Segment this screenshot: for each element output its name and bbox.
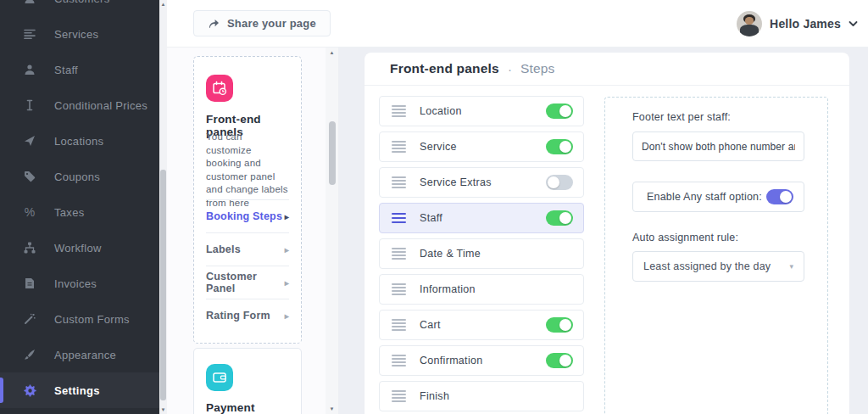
workflow-icon [23, 241, 36, 255]
breadcrumb-section: Front-end panels [390, 61, 499, 76]
step-toggle[interactable] [546, 175, 573, 190]
chevron-down-icon [849, 20, 858, 27]
percent-icon: % [23, 205, 36, 219]
caret-right-icon: ▸ [285, 311, 289, 321]
caret-right-icon: ▸ [285, 278, 289, 288]
person-icon [23, 63, 36, 76]
card-link-customer-panel[interactable]: Customer Panel▸ [206, 266, 289, 299]
sidebar-item-workflow[interactable]: Workflow [0, 230, 159, 266]
sidebar-item-label: Locations [54, 135, 103, 148]
greeting-text: Hello James [770, 17, 841, 31]
drag-handle-icon[interactable] [392, 319, 406, 331]
step-label: Location [420, 105, 546, 117]
card-links: Booking Steps▸Labels▸Customer Panel▸Rati… [206, 199, 289, 332]
breadcrumb-page: Steps [520, 61, 555, 76]
drag-handle-icon[interactable] [392, 176, 406, 188]
step-row-location[interactable]: Location [379, 96, 584, 126]
app-sidebar: CustomersServicesStaffConditional Prices… [0, 0, 159, 414]
scroll-up-icon[interactable]: ▲ [159, 2, 167, 7]
scroll-up-icon[interactable]: ▲ [326, 50, 338, 55]
caret-right-icon: ▸ [285, 245, 289, 255]
step-row-date-time[interactable]: Date & Time [379, 238, 584, 269]
card-description: You can customize booking and customer p… [206, 131, 289, 210]
drag-handle-icon[interactable] [392, 283, 406, 295]
share-your-page-button[interactable]: Share your page [193, 10, 331, 36]
drag-handle-icon[interactable] [392, 105, 406, 117]
sidebar-item-label: Invoices [54, 277, 97, 290]
sidebar-item-locations[interactable]: Locations [0, 123, 159, 159]
sidebar-item-custom-forms[interactable]: Custom Forms [0, 301, 159, 337]
step-label: Staff [420, 212, 546, 224]
sidebar-item-services[interactable]: Services [0, 16, 159, 52]
step-label: Service Extras [420, 176, 546, 188]
gear-icon [23, 383, 36, 397]
step-row-confirmation[interactable]: Confirmation [379, 345, 584, 376]
sidebar-item-label: Custom Forms [54, 313, 130, 326]
card-title: Payment settings [206, 401, 301, 414]
sidebar-scrollbar[interactable]: ▲ ▼ [159, 0, 167, 414]
card-link-booking-steps[interactable]: Booking Steps▸ [206, 199, 289, 232]
card-link-label: Customer Panel [206, 271, 285, 294]
header-divider [364, 85, 849, 86]
step-row-service[interactable]: Service [379, 131, 584, 162]
cards-scroll-thumb[interactable] [329, 121, 336, 185]
sidebar-item-label: Appearance [54, 349, 116, 361]
brush-icon [23, 348, 36, 361]
staff-step-settings-panel: Footer text per staff: Enable Any staff … [604, 97, 828, 414]
card-link-label: Booking Steps [206, 210, 282, 222]
sidebar-item-staff[interactable]: Staff [0, 52, 159, 87]
step-toggle[interactable] [546, 139, 573, 154]
sidebar-item-taxes[interactable]: %Taxes [0, 194, 159, 230]
card-link-label: Rating Form [206, 310, 270, 322]
card-link-labels[interactable]: Labels▸ [206, 232, 289, 266]
user-menu[interactable]: Hello James [737, 0, 858, 48]
sidebar-scroll-thumb[interactable] [160, 170, 166, 400]
card-link-rating-form[interactable]: Rating Form▸ [206, 299, 289, 332]
any-staff-option-box: Enable Any staff option: [632, 182, 804, 212]
select-caret-icon: ▾ [789, 262, 793, 271]
list-icon [23, 27, 36, 41]
step-toggle[interactable] [546, 317, 573, 333]
payment-settings-card[interactable]: Payment settings [193, 348, 302, 414]
any-staff-toggle[interactable] [766, 189, 793, 204]
sidebar-item-appearance[interactable]: Appearance [0, 337, 159, 372]
step-label: Information [420, 283, 573, 295]
step-row-service-extras[interactable]: Service Extras [379, 167, 584, 198]
person-icon [23, 0, 36, 5]
share-icon [208, 18, 220, 29]
sidebar-item-settings[interactable]: Settings [0, 372, 159, 408]
drag-handle-icon[interactable] [392, 390, 406, 402]
step-row-finish[interactable]: Finish [379, 381, 584, 411]
drag-handle-icon[interactable] [392, 248, 406, 260]
auto-rule-select[interactable]: Least assigned by the day ▾ [632, 251, 804, 282]
share-label: Share your page [227, 17, 316, 30]
file-icon [23, 277, 36, 290]
sidebar-item-customers[interactable]: Customers [0, 0, 159, 16]
frontend-panels-card: Front-end panels You can customize booki… [193, 56, 302, 344]
sidebar-item-conditional-prices[interactable]: Conditional Prices [0, 87, 159, 123]
step-row-information[interactable]: Information [379, 274, 584, 305]
step-toggle[interactable] [546, 210, 573, 226]
sidebar-item-invoices[interactable]: Invoices [0, 266, 159, 301]
card-link-label: Labels [206, 243, 241, 255]
step-row-staff[interactable]: Staff [379, 203, 584, 233]
drag-handle-icon[interactable] [392, 141, 406, 153]
drag-handle-icon[interactable] [392, 213, 406, 224]
sidebar-menu: CustomersServicesStaffConditional Prices… [0, 0, 159, 408]
drag-handle-icon[interactable] [392, 355, 406, 366]
step-toggle[interactable] [546, 353, 573, 368]
scroll-down-icon[interactable]: ▼ [326, 406, 338, 411]
sidebar-item-label: Conditional Prices [54, 99, 147, 112]
scroll-down-icon[interactable]: ▼ [159, 407, 167, 412]
avatar [737, 11, 762, 36]
breadcrumb: Front-end panels · Steps [390, 53, 555, 85]
step-label: Confirmation [420, 355, 546, 366]
step-row-cart[interactable]: Cart [379, 310, 584, 340]
sidebar-item-label: Customers [54, 0, 110, 5]
step-label: Cart [420, 319, 546, 331]
step-toggle[interactable] [546, 104, 573, 119]
sidebar-item-coupons[interactable]: Coupons [0, 159, 159, 194]
cards-scrollbar[interactable]: ▲ ▼ [326, 48, 338, 414]
footer-text-input[interactable] [632, 131, 804, 161]
sidebar-item-label: Workflow [54, 242, 102, 255]
